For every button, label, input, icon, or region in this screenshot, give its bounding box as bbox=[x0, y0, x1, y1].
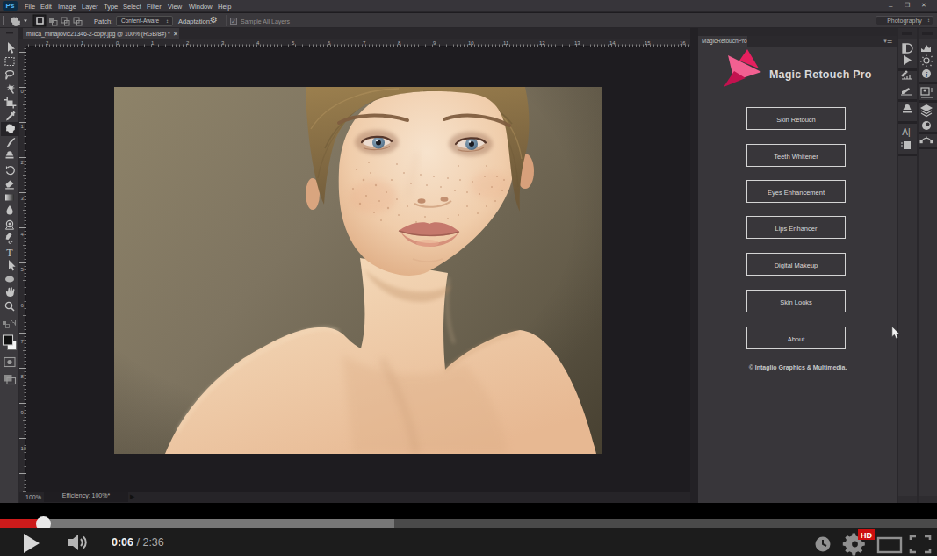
svg-text:2: 2 bbox=[186, 40, 190, 46]
svg-text:12: 12 bbox=[539, 40, 545, 46]
svg-text:14: 14 bbox=[609, 40, 616, 46]
svg-text:5: 5 bbox=[292, 40, 295, 46]
svg-text:3: 3 bbox=[221, 40, 225, 46]
svg-text:13: 13 bbox=[574, 40, 580, 46]
svg-text:0: 0 bbox=[21, 89, 25, 94]
svg-text:T: T bbox=[6, 247, 13, 259]
svg-text:0: 0 bbox=[116, 40, 119, 46]
svg-text:3: 3 bbox=[21, 196, 25, 201]
svg-text:A|: A| bbox=[902, 127, 910, 137]
svg-text:1: 1 bbox=[151, 40, 155, 46]
svg-text:7: 7 bbox=[21, 339, 25, 344]
svg-text:16: 16 bbox=[680, 40, 686, 46]
svg-text:HD: HD bbox=[861, 531, 872, 540]
svg-text:4: 4 bbox=[256, 40, 260, 46]
svg-text:2: 2 bbox=[46, 40, 49, 46]
svg-text:15: 15 bbox=[645, 40, 651, 46]
svg-text:11: 11 bbox=[503, 40, 509, 46]
svg-text:4: 4 bbox=[21, 232, 25, 237]
svg-text:6: 6 bbox=[21, 303, 25, 308]
svg-text:1: 1 bbox=[21, 124, 25, 129]
svg-text:10: 10 bbox=[468, 40, 474, 46]
svg-text:2: 2 bbox=[21, 160, 25, 165]
svg-text:9: 9 bbox=[21, 410, 25, 415]
svg-text:8: 8 bbox=[21, 374, 25, 379]
svg-text:5: 5 bbox=[21, 267, 25, 272]
svg-text:1: 1 bbox=[81, 40, 84, 46]
